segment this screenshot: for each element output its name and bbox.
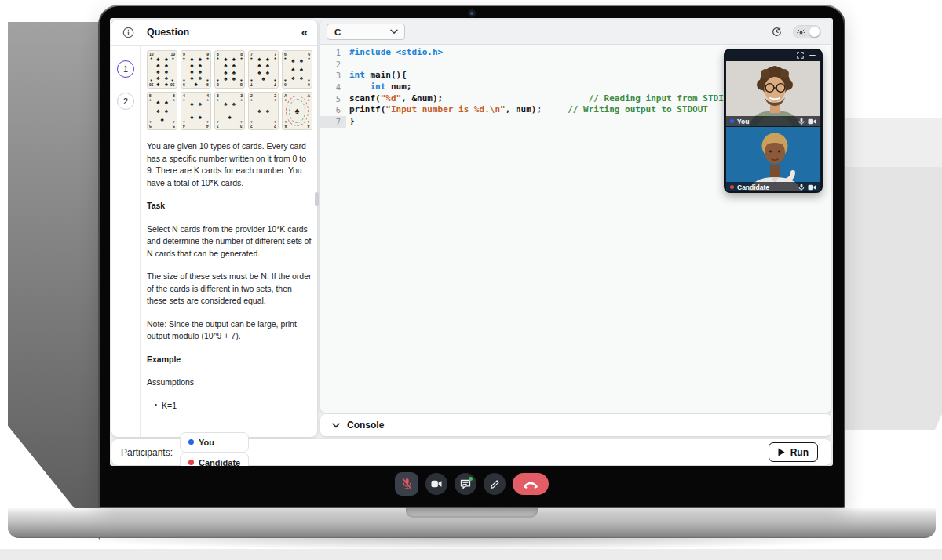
- play-icon: [778, 448, 785, 456]
- card-corner-index: 2♠: [274, 121, 276, 128]
- laptop-shadow: [47, 536, 895, 551]
- card-corner-index: 2♠: [274, 94, 276, 101]
- participants-bar: Participants: YouCandidate Run: [111, 439, 831, 465]
- video-label-candidate: Candidate: [726, 182, 820, 192]
- camera-button[interactable]: [425, 473, 447, 495]
- card-corner-index: 10♠: [170, 53, 175, 60]
- card-corner-index: 5♠: [149, 94, 152, 101]
- card-corner-index: 2♠: [250, 94, 253, 101]
- card-corner-index: 8♠: [217, 79, 219, 86]
- toggle-knob: [809, 27, 820, 37]
- question-heading: Task: [147, 200, 314, 213]
- laptop-webcam: [468, 9, 476, 17]
- editor-toolbar: C: [320, 20, 831, 45]
- playing-card-10: 10♠10♠10♠10♠♠♠♠♠♠♠♠♠♠♠: [147, 50, 177, 89]
- card-corner-index: 4♠: [183, 94, 185, 101]
- chevron-down-icon: [390, 29, 398, 35]
- spade-pip: ♠: [286, 106, 309, 115]
- code-text: scanf("%d", &num); // Reading input from…: [349, 93, 728, 105]
- video-participant-name: You: [737, 118, 795, 125]
- code-text: #include <stdio.h>: [349, 47, 443, 59]
- card-corner-index: 6♠: [308, 79, 310, 86]
- run-button-label: Run: [790, 447, 809, 458]
- question-step-1[interactable]: 1: [117, 60, 134, 78]
- card-corner-index: 5♠: [173, 94, 175, 101]
- question-step-rail: 1 2: [111, 45, 141, 437]
- theme-toggle[interactable]: [793, 25, 821, 38]
- line-number: 1: [320, 47, 346, 59]
- participant-badge-candidate: Candidate: [180, 453, 249, 467]
- camera-icon[interactable]: [808, 118, 816, 125]
- status-dot: [730, 119, 734, 123]
- card-corner-index: 6♠: [284, 53, 287, 60]
- card-pips: ♠♠♠♠♠♠♠♠: [221, 56, 238, 82]
- question-panel-title: Question: [147, 27, 189, 38]
- status-dot: [730, 185, 734, 189]
- collapse-panel-icon[interactable]: «: [301, 25, 308, 38]
- card-corner-index: 7♠: [250, 53, 253, 60]
- mic-icon[interactable]: [798, 184, 805, 191]
- mic-muted-button[interactable]: [395, 472, 418, 496]
- participant-name: You: [199, 438, 214, 447]
- video-participant-name: Candidate: [737, 184, 795, 191]
- video-panel-header: [725, 50, 821, 60]
- info-icon[interactable]: [122, 27, 134, 38]
- code-text: int num;: [349, 82, 412, 93]
- card-corner-index: 7♠: [250, 79, 253, 86]
- end-call-button[interactable]: [513, 473, 549, 495]
- line-number: 6: [320, 104, 346, 116]
- card-corner-index: 4♠: [206, 121, 209, 128]
- card-corner-index: 10♠: [170, 79, 175, 86]
- card-pips: ♠♠♠♠: [188, 98, 204, 124]
- mic-icon[interactable]: [798, 118, 805, 125]
- console-header[interactable]: Console: [320, 414, 831, 436]
- minimize-icon[interactable]: [809, 55, 816, 56]
- question-step-2[interactable]: 2: [117, 93, 134, 110]
- card-pips: ♠♠♠♠♠♠♠: [255, 56, 272, 82]
- video-call-panel: You: [724, 49, 823, 193]
- card-corner-index: 7♠: [274, 79, 276, 86]
- bullet-dot: [155, 404, 157, 406]
- card-corner-index: 5♠: [173, 121, 175, 128]
- camera-icon[interactable]: [808, 184, 816, 191]
- question-paragraph: Assumptions: [147, 376, 314, 389]
- card-corner-index: 3♠: [217, 94, 219, 101]
- card-pips: ♠♠♠♠♠♠: [289, 56, 305, 82]
- question-text: You are given 10 types of cards. Every c…: [147, 140, 314, 412]
- history-restore-icon[interactable]: [771, 26, 783, 38]
- panel-resize-handle[interactable]: [315, 192, 319, 206]
- video-tile-candidate: Candidate: [726, 127, 820, 192]
- card-corner-index: 2♠: [250, 121, 253, 128]
- card-corner-index: 10♠: [149, 53, 154, 60]
- participant-dot: [188, 439, 194, 445]
- question-heading: Example: [147, 354, 314, 366]
- background-shape-right-light: [840, 118, 942, 167]
- chat-button[interactable]: [455, 473, 476, 495]
- bullet-text: K=1: [162, 400, 177, 413]
- question-paragraph: The size of these sets must be N. If the…: [147, 271, 314, 307]
- playing-card-5: 5♠5♠5♠5♠♠♠♠♠♠: [147, 92, 177, 130]
- card-pips: ♠♠♠♠♠: [154, 98, 170, 124]
- code-text: printf("Input number is %d.\n", num); //…: [349, 104, 708, 116]
- question-paragraph: Select N cards from the provider 10*K ca…: [147, 224, 314, 260]
- playing-card-2: 2♠2♠2♠2♠♠♠: [248, 92, 279, 130]
- card-corner-index: 4♠: [206, 94, 209, 101]
- card-pips: ♠♠: [255, 98, 272, 124]
- card-corner-index: 3♠: [240, 94, 243, 101]
- card-pips: ♠♠♠♠♠♠♠♠♠♠: [154, 56, 170, 82]
- run-button[interactable]: Run: [769, 442, 818, 462]
- code-text: int main(){: [349, 70, 407, 82]
- language-select[interactable]: C: [327, 24, 405, 40]
- line-number: 3: [320, 70, 346, 82]
- question-bullet-item: K=1: [155, 400, 314, 413]
- app-screen: Question « 1 2 10♠10♠10♠10♠♠♠♠♠♠♠♠♠♠♠9♠9…: [110, 18, 833, 466]
- question-panel: Question « 1 2 10♠10♠10♠10♠♠♠♠♠♠♠♠♠♠♠9♠9…: [111, 20, 317, 437]
- fullscreen-icon[interactable]: [797, 52, 804, 59]
- playing-cards-grid: 10♠10♠10♠10♠♠♠♠♠♠♠♠♠♠♠9♠9♠9♠9♠♠♠♠♠♠♠♠♠♠8…: [147, 50, 309, 130]
- card-corner-index: 8♠: [217, 53, 219, 60]
- draw-pencil-button[interactable]: [484, 473, 506, 495]
- participant-badge-you: You: [180, 432, 249, 453]
- card-corner-index: 8♠: [240, 53, 243, 60]
- playing-card-a: A♠A♠A♠A♠♠: [282, 92, 312, 130]
- video-tile-you: You: [726, 61, 820, 126]
